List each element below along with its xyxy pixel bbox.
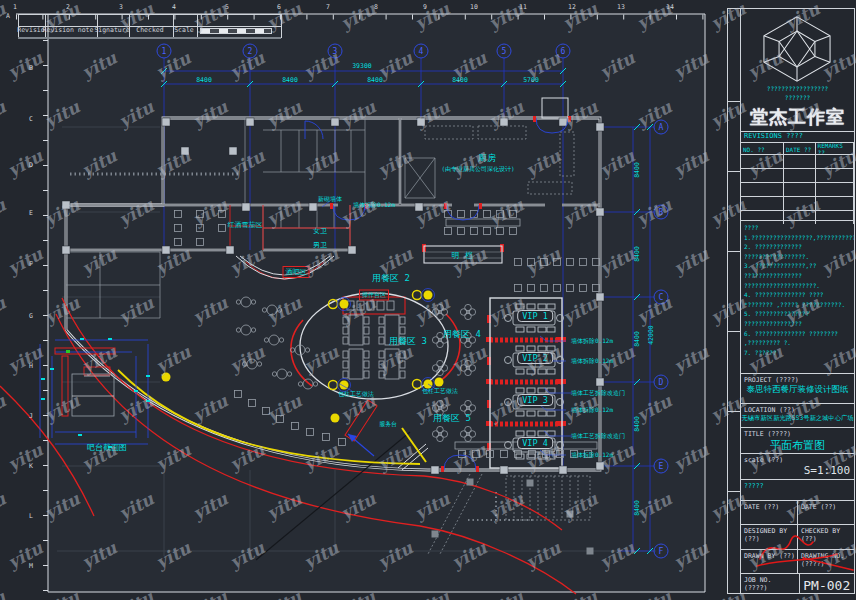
contact-line: ??????? (741, 94, 854, 101)
location-value: 无锡市新区新光路553号新之城中心广场 (741, 414, 854, 423)
note-line: 6. ?????????????? ???????? ,????????? ?. (744, 329, 852, 348)
designed-by-label: DESIGNED BY (??) (741, 525, 797, 549)
general-notes: ???? 1.?????????????????,??????????????.… (741, 220, 854, 375)
sheet-title-label: TITLE (????) (741, 428, 854, 438)
location-section: LOCATION (??) 无锡市新区新光路553号新之城中心广场 (741, 403, 854, 427)
studio-logo-text: 堂杰工作室 (741, 105, 854, 129)
date-row: DATE (??) DATE (??) (741, 500, 854, 524)
revision-strip (18, 14, 282, 38)
note-line: 3. ??????????????,?? ???????????????? ??… (744, 261, 852, 290)
checked-by-label: CHECKED BY (??) (797, 525, 854, 549)
drawing-no-label: DRAWING NO. (????) (797, 550, 854, 573)
title-block: ????????????????? ??????? 堂杰工作室 REVISION… (727, 8, 855, 594)
date-label-right: DATE (??) (797, 501, 854, 524)
note-line: 4. ?????????????? ???? *??????? ,????? ?… (744, 290, 852, 309)
location-label: LOCATION (??) (741, 404, 854, 414)
scale-section: scale (??) S=1:100 (741, 453, 854, 479)
note-line: 5. ??????????????? ???????????????? (744, 309, 852, 328)
date-label-left: DATE (??) (741, 501, 797, 524)
designed-checked-row: DESIGNED BY (??) CHECKED BY (??) (741, 524, 854, 549)
project-label: PROJECT (????) (741, 374, 854, 384)
fold-strip (728, 9, 741, 593)
drawing-number: PM-002 (799, 574, 855, 594)
contact-line: ????????????????? (741, 85, 854, 92)
misc-section: ????? (741, 479, 854, 500)
misc-label: ????? (741, 480, 854, 490)
drawn-drawingno-row: DRAWN BY (??) DRAWING NO. (????) (741, 549, 854, 573)
note-line: 7. ?????? (744, 348, 852, 358)
project-value: 泰思特西餐厅装修设计图纸 (741, 384, 854, 396)
graphic-scale-bar (200, 28, 272, 34)
revisions-label: REVISIONS ???? (741, 131, 854, 140)
drawn-by-label: DRAWN BY (??) (741, 550, 797, 573)
sheet-title-value: 平面布置图 (741, 438, 854, 453)
cad-viewport: 1234567891011121314 ABCDEFGHJKLM Revisio… (0, 0, 856, 600)
scale-label: scale (??) (741, 454, 854, 464)
note-line: 1.?????????????????,??????????????. (744, 233, 852, 243)
revision-table-rows (741, 154, 854, 224)
notes-title: ???? (744, 223, 852, 233)
jobno-drawingno-row: JOB NO. (????) PM-002 (741, 573, 854, 594)
studio-logo-cube-icon (755, 15, 839, 83)
scale-value: S=1:100 (741, 464, 854, 477)
job-no-label: JOB NO. (????) (741, 574, 799, 594)
project-section: PROJECT (????) 泰思特西餐厅装修设计图纸 (741, 373, 854, 403)
note-line: 2. ????????????? ?????????????????. (744, 242, 852, 261)
title-section: TITLE (????) 平面布置图 (741, 427, 854, 453)
strip-shadow (18, 37, 281, 39)
